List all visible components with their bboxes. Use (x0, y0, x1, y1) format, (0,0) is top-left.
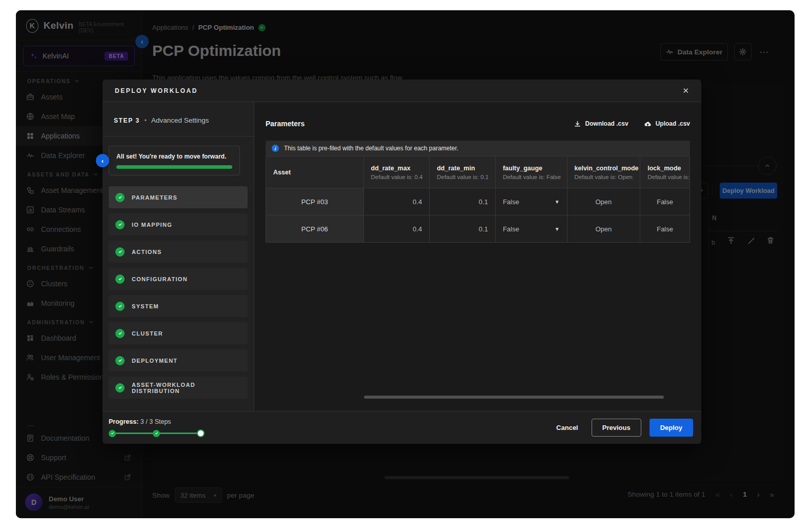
collapse-steps-button[interactable]: ‹ (96, 154, 109, 167)
modal-header: DEPLOY WORKLOAD ✕ (103, 80, 701, 102)
progress-label: Progress: (109, 418, 138, 425)
check-icon (115, 383, 125, 392)
modal-title: DEPLOY WORKLOAD (115, 87, 198, 94)
column-header-dd-rate-max: dd_rate_maxDefault value is: 0.4 (364, 156, 430, 188)
param-cell-dd-rate-min: 0.1 (430, 188, 496, 215)
dot-separator: • (145, 117, 147, 124)
check-icon (115, 247, 125, 257)
deploy-button[interactable]: Deploy (649, 419, 693, 437)
asset-cell: PCP #06 (266, 215, 364, 242)
step-label: ACTIONS (132, 249, 162, 255)
progress-value: 3 / 3 Steps (140, 418, 171, 425)
param-cell-dd-rate-min: 0.1 (430, 215, 496, 242)
table-header-row: Assetdd_rate_maxDefault value is: 0.4dd_… (266, 156, 689, 188)
step-label: CONFIGURATION (132, 276, 188, 282)
cancel-button[interactable]: Cancel (551, 420, 583, 436)
status-message: All set! You're ready to move forward. (116, 153, 232, 160)
caret-down-icon: ▼ (555, 199, 560, 205)
screenshot-frame: K Kelvin BETA Environment (DEV) KelvinAI… (0, 0, 812, 530)
download-icon (574, 120, 581, 128)
step-label: CLUSTER (132, 330, 163, 337)
status-progress-bar (116, 165, 232, 169)
check-icon (115, 302, 125, 311)
caret-down-icon: ▼ (555, 226, 560, 232)
param-cell-faulty-gauge[interactable]: False▼ (496, 215, 567, 242)
param-cell-kelvin-control-mode: Open (567, 215, 641, 242)
step-label: SYSTEM (132, 303, 159, 309)
info-text: This table is pre-filed with the default… (284, 145, 458, 152)
check-icon (115, 329, 125, 338)
upload-cloud-icon (644, 120, 652, 128)
modal-step-asset-workload-distribution[interactable]: ASSET-WORKLOAD DISTRIBUTION (109, 377, 248, 399)
check-icon (115, 193, 125, 202)
parameters-title: Parameters (266, 120, 304, 128)
step-label: DEPLOYMENT (132, 358, 177, 364)
step-done-icon (153, 430, 160, 437)
column-header-lock-mode: lock_modeDefault value is: (640, 156, 689, 188)
step-name: Advanced Settings (151, 116, 209, 124)
progress-block: Progress: 3 / 3 Steps (109, 418, 205, 437)
column-header-kelvin-control-mode: kelvin_control_modeDefault value is: Ope… (567, 156, 641, 188)
check-icon (115, 220, 125, 229)
close-icon[interactable]: ✕ (682, 86, 689, 95)
table-row: PCP #060.40.1False▼OpenFalse (266, 215, 689, 242)
step-list: PARAMETERSIO MAPPINGACTIONSCONFIGURATION… (109, 186, 248, 404)
check-icon (115, 274, 125, 284)
upload-csv-button[interactable]: Upload .csv (644, 120, 690, 128)
download-csv-button[interactable]: Download .csv (574, 120, 628, 128)
step-header: STEP 3 • Advanced Settings (103, 102, 254, 136)
param-cell-dd-rate-max: 0.4 (364, 188, 430, 215)
table-row: PCP #030.40.1False▼OpenFalse (266, 188, 689, 215)
info-icon: i (272, 145, 279, 152)
status-card: All set! You're ready to move forward. (109, 146, 240, 175)
step-current-icon (197, 429, 205, 437)
step-label: PARAMETERS (132, 194, 177, 201)
check-icon (115, 356, 125, 365)
progress-stepper (109, 429, 205, 437)
step-label: IO MAPPING (132, 222, 172, 228)
deploy-workload-modal: DEPLOY WORKLOAD ✕ ‹ STEP 3 • Advanced Se… (103, 80, 701, 444)
param-cell-faulty-gauge[interactable]: False▼ (496, 188, 567, 215)
modal-step-io-mapping[interactable]: IO MAPPING (109, 213, 248, 235)
info-banner: i This table is pre-filed with the defau… (266, 141, 690, 156)
step-number: STEP 3 (114, 117, 140, 124)
step-label: ASSET-WORKLOAD DISTRIBUTION (132, 382, 241, 394)
modal-step-configuration[interactable]: CONFIGURATION (109, 268, 248, 290)
modal-body: ‹ STEP 3 • Advanced Settings All set! Yo… (103, 102, 701, 411)
param-cell-dd-rate-max: 0.4 (364, 215, 430, 242)
modal-footer: Progress: 3 / 3 Steps Cancel Previous De… (103, 411, 701, 444)
previous-button[interactable]: Previous (592, 419, 641, 437)
modal-step-actions[interactable]: ACTIONS (109, 241, 248, 263)
modal-step-cluster[interactable]: CLUSTER (109, 322, 248, 344)
modal-step-parameters[interactable]: PARAMETERS (109, 186, 248, 208)
param-cell-kelvin-control-mode: Open (567, 188, 641, 215)
param-cell-lock-mode: False (640, 188, 689, 215)
column-header-faulty-gauge: faulty_gaugeDefault value is: False (496, 156, 567, 188)
parameters-pane: Parameters Download .csv Upload .csv i (254, 102, 701, 411)
column-header-dd-rate-min: dd_rate_minDefault value is: 0.1 (430, 156, 496, 188)
modal-step-system[interactable]: SYSTEM (109, 295, 248, 317)
asset-cell: PCP #03 (266, 188, 364, 215)
table-horizontal-scrollbar[interactable] (364, 396, 664, 399)
column-header-asset: Asset (266, 156, 364, 188)
parameters-header: Parameters Download .csv Upload .csv (266, 120, 690, 128)
steps-pane: STEP 3 • Advanced Settings All set! You'… (103, 102, 254, 411)
step-done-icon (109, 430, 116, 437)
parameters-table: Assetdd_rate_maxDefault value is: 0.4dd_… (266, 156, 690, 243)
param-cell-lock-mode: False (640, 215, 689, 242)
modal-step-deployment[interactable]: DEPLOYMENT (109, 349, 248, 371)
